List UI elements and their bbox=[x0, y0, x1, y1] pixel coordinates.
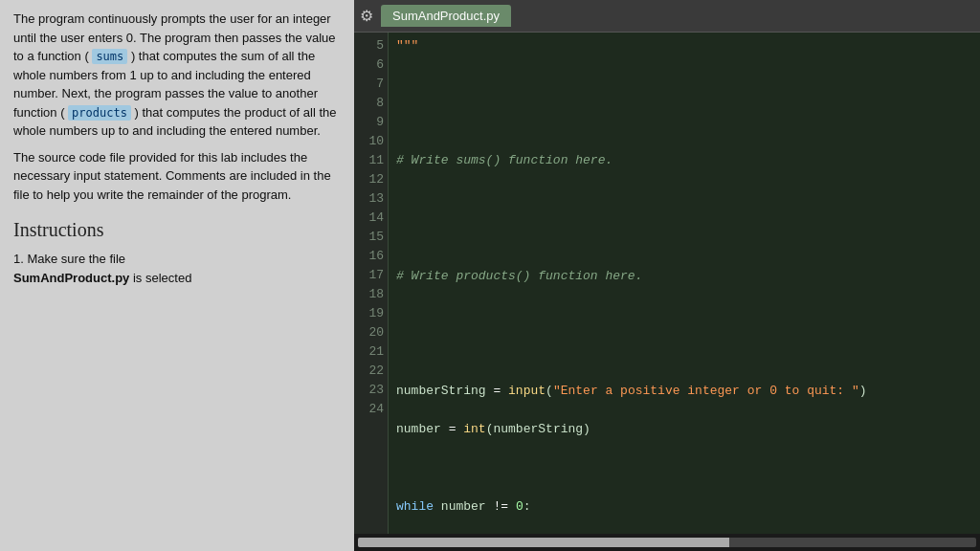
instructions-title: Instructions bbox=[13, 215, 341, 244]
code-content[interactable]: """ # Write sums() function here. # Writ… bbox=[389, 33, 980, 534]
source-code-description: The source code file provided for this l… bbox=[13, 148, 341, 205]
tab-sumandproduct[interactable]: SumAndProduct.py bbox=[381, 5, 511, 27]
left-panel: The program continuously prompts the use… bbox=[0, 0, 354, 551]
instruction-1: 1. Make sure the file SumAndProduct.py i… bbox=[13, 250, 341, 287]
sums-inline-code: sums bbox=[92, 49, 127, 64]
bottom-bar bbox=[354, 534, 980, 551]
gear-icon[interactable]: ⚙ bbox=[360, 7, 373, 25]
tab-bar: ⚙ SumAndProduct.py bbox=[354, 0, 980, 33]
line-numbers: 5 6 7 8 9 10 11 12 13 14 15 16 17 18 19 … bbox=[354, 33, 389, 534]
editor-panel: ⚙ SumAndProduct.py 5 6 7 8 9 10 11 12 13… bbox=[354, 0, 980, 551]
description-paragraph: The program continuously prompts the use… bbox=[13, 10, 341, 141]
code-area: 5 6 7 8 9 10 11 12 13 14 15 16 17 18 19 … bbox=[354, 33, 980, 534]
progress-bar[interactable] bbox=[358, 538, 976, 547]
progress-fill bbox=[358, 538, 729, 547]
products-inline-code: products bbox=[68, 105, 131, 121]
filename-label: SumAndProduct.py bbox=[13, 271, 129, 285]
